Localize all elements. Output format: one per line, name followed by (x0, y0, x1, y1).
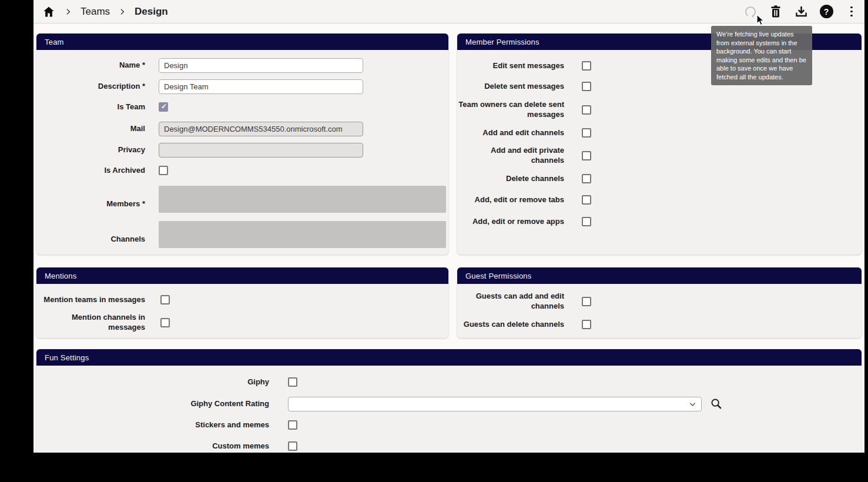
guests-delete-channels-checkbox[interactable] (582, 320, 591, 329)
home-icon[interactable] (42, 5, 56, 19)
giphy-content-rating-label: Giphy Content Rating (36, 399, 269, 409)
panel-title: Member Permissions (465, 38, 539, 46)
channels-label: Channels (36, 235, 145, 248)
mouse-cursor-icon (756, 14, 766, 29)
mentions-panel: Mentions Mention teams in messages Menti… (36, 267, 448, 338)
add-edit-remove-tabs-label: Add, edit or remove tabs (457, 195, 564, 205)
add-edit-remove-apps-checkbox[interactable] (582, 217, 591, 226)
add-edit-remove-tabs-checkbox[interactable] (582, 195, 591, 205)
members-loading-placeholder (159, 186, 446, 213)
description-row: Description * (36, 78, 448, 95)
guest-permission-row: Guests can add and edit channels (457, 290, 862, 313)
guest-permissions-panel-header: Guest Permissions (457, 267, 862, 284)
edit-sent-messages-checkbox[interactable] (582, 61, 591, 71)
mail-label: Mail (36, 124, 145, 134)
add-edit-private-channels-label: Add and edit private channels (457, 146, 564, 166)
fun-settings-panel: Fun Settings Giphy Giphy Content Rating … (36, 349, 862, 453)
is-team-row: Is Team (36, 101, 448, 113)
screen: { "breadcrumb": { "items": [ { "label": … (0, 0, 868, 482)
panel-title: Guest Permissions (465, 272, 532, 280)
export-download-icon[interactable] (794, 5, 808, 19)
delete-icon[interactable] (769, 5, 783, 19)
giphy-checkbox[interactable] (288, 377, 297, 387)
panel-title: Fun Settings (45, 353, 89, 362)
custom-memes-row: Custom memes (36, 436, 862, 453)
guests-add-edit-channels-checkbox[interactable] (582, 297, 591, 306)
breadcrumb-item-teams[interactable]: Teams (81, 6, 110, 18)
mail-row: Mail (36, 120, 448, 137)
owners-delete-sent-messages-checkbox[interactable] (582, 105, 591, 115)
name-label: Name * (36, 61, 145, 71)
custom-memes-label: Custom memes (36, 441, 269, 451)
is-archived-label: Is Archived (36, 166, 145, 176)
breadcrumb: Teams Design (42, 5, 168, 19)
channels-loading-placeholder (159, 221, 446, 248)
team-panel: Team Name * Description * Is Team Mail P… (36, 34, 448, 255)
members-row: Members * (36, 186, 448, 213)
giphy-label: Giphy (36, 377, 269, 387)
guest-permission-row: Guests can delete channels (457, 314, 862, 334)
permission-row: Add, edit or remove tabs (457, 190, 862, 210)
privacy-label: Privacy (36, 145, 145, 155)
mention-teams-label: Mention teams in messages (36, 295, 145, 305)
top-bar: Teams Design (33, 0, 864, 24)
mention-row: Mention teams in messages (36, 290, 448, 310)
is-team-checkbox[interactable] (159, 102, 168, 112)
is-team-label: Is Team (36, 102, 145, 112)
giphy-row: Giphy (36, 372, 862, 392)
permission-row: Add, edit or remove apps (457, 212, 862, 232)
description-label: Description * (36, 82, 145, 92)
mail-input (159, 122, 363, 136)
permission-row: Add and edit channels (457, 123, 862, 143)
help-icon[interactable]: ? (819, 5, 833, 19)
guest-permissions-panel: Guest Permissions Guests can add and edi… (457, 267, 862, 338)
custom-memes-checkbox[interactable] (288, 441, 297, 451)
delete-channels-checkbox[interactable] (582, 174, 591, 183)
panel-title: Team (45, 38, 64, 46)
channels-row: Channels (36, 221, 448, 248)
privacy-input (159, 143, 363, 158)
mention-teams-checkbox[interactable] (160, 295, 170, 304)
breadcrumb-item-design: Design (135, 6, 168, 18)
breadcrumb-separator-icon (118, 8, 126, 16)
more-options-icon[interactable] (844, 5, 859, 19)
permission-row: Team owners can delete sent messages (457, 98, 862, 122)
fetching-updates-tooltip: We're fetching live updates from externa… (711, 26, 812, 85)
add-edit-private-channels-checkbox[interactable] (582, 151, 591, 160)
is-archived-row: Is Archived (36, 164, 448, 177)
permission-row: Add and edit private channels (457, 144, 862, 168)
chevron-down-icon (688, 399, 698, 409)
description-input[interactable] (159, 79, 363, 94)
giphy-content-rating-select[interactable] (288, 397, 702, 411)
mentions-panel-header: Mentions (36, 267, 448, 284)
add-edit-channels-label: Add and edit channels (457, 128, 564, 138)
members-label: Members * (36, 199, 145, 213)
team-panel-header: Team (36, 34, 448, 50)
delete-sent-messages-checkbox[interactable] (582, 82, 591, 91)
edit-sent-messages-label: Edit sent messages (457, 61, 564, 71)
mention-channels-label: Mention channels in messages (36, 313, 145, 333)
delete-channels-label: Delete channels (457, 174, 564, 184)
stickers-memes-label: Stickers and memes (36, 420, 269, 430)
mention-row: Mention channels in messages (36, 311, 448, 334)
add-edit-remove-apps-label: Add, edit or remove apps (457, 217, 564, 227)
giphy-content-rating-row: Giphy Content Rating (36, 394, 862, 414)
delete-sent-messages-label: Delete sent messages (457, 82, 564, 92)
stickers-memes-checkbox[interactable] (288, 420, 297, 430)
owners-delete-sent-messages-label: Team owners can delete sent messages (457, 100, 564, 120)
mention-channels-checkbox[interactable] (160, 318, 170, 327)
panel-title: Mentions (45, 272, 76, 280)
name-input[interactable] (159, 58, 363, 73)
stickers-memes-row: Stickers and memes (36, 415, 862, 435)
breadcrumb-separator-icon (64, 8, 72, 16)
guests-add-edit-channels-label: Guests can add and edit channels (457, 292, 564, 312)
add-edit-channels-checkbox[interactable] (582, 128, 591, 138)
privacy-row: Privacy (36, 142, 448, 158)
permission-row: Delete channels (457, 169, 862, 189)
is-archived-checkbox[interactable] (159, 166, 168, 175)
name-row: Name * (36, 57, 448, 73)
search-icon[interactable] (710, 397, 723, 410)
guests-delete-channels-label: Guests can delete channels (457, 320, 564, 330)
fun-settings-panel-header: Fun Settings (36, 349, 862, 366)
